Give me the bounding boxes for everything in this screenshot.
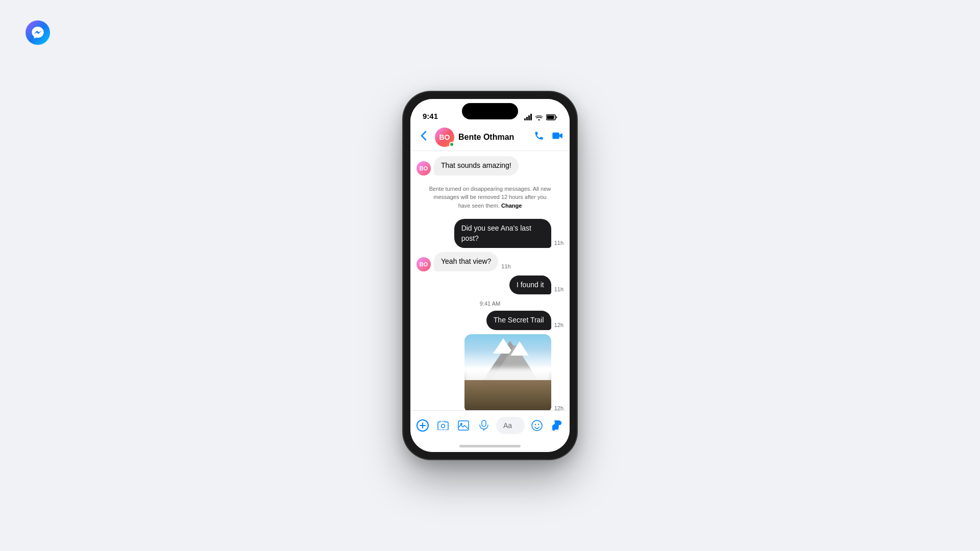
chat-header: BO Bente Othman xyxy=(410,123,570,151)
message-time: 12h xyxy=(554,405,564,410)
message-row: 12h The Secret Trail xyxy=(416,311,564,330)
message-time: 11h xyxy=(554,286,564,292)
message-text: Yeah that view? xyxy=(441,257,491,265)
thumbs-up-button[interactable] xyxy=(549,417,566,434)
svg-point-10 xyxy=(535,423,536,424)
message-text: I found it xyxy=(517,281,544,289)
mountain-image xyxy=(464,334,551,410)
message-bubble[interactable]: That sounds amazing! xyxy=(434,156,519,176)
message-bubble[interactable]: I found it xyxy=(509,276,551,295)
input-bar: Aa xyxy=(410,410,570,440)
signal-icon xyxy=(524,114,532,120)
sender-avatar: BO xyxy=(416,161,431,176)
battery-icon xyxy=(546,114,557,120)
dynamic-island xyxy=(462,103,518,119)
message-row: BO That sounds amazing! xyxy=(416,156,564,176)
header-actions xyxy=(534,131,564,143)
input-placeholder: Aa xyxy=(503,421,512,430)
message-text: Did you see Ana's last post? xyxy=(461,224,531,242)
gallery-button[interactable] xyxy=(455,417,472,434)
contact-avatar[interactable]: BO xyxy=(435,128,454,147)
system-notice-text: Bente turned on disappearing messages. A… xyxy=(429,186,551,209)
status-icons xyxy=(524,114,557,120)
message-input[interactable]: Aa xyxy=(496,417,525,434)
plus-button[interactable] xyxy=(414,417,431,434)
microphone-button[interactable] xyxy=(476,417,492,434)
emoji-button[interactable] xyxy=(529,417,545,434)
message-bubble[interactable]: Did you see Ana's last post? xyxy=(454,219,551,248)
messenger-logo xyxy=(26,20,50,45)
secret-trail-bubble[interactable]: The Secret Trail xyxy=(486,311,551,330)
contact-name[interactable]: Bente Othman xyxy=(458,133,530,142)
system-notice: Bente turned on disappearing messages. A… xyxy=(416,181,564,214)
home-indicator xyxy=(410,440,570,452)
svg-point-11 xyxy=(538,423,539,424)
sender-avatar: BO xyxy=(416,257,431,271)
valley xyxy=(464,380,551,410)
svg-rect-2 xyxy=(552,133,559,139)
message-image[interactable] xyxy=(464,334,551,410)
mountain-snow-2 xyxy=(510,341,529,356)
phone-screen: 9:41 xyxy=(410,99,570,452)
messages-area: BO That sounds amazing! Bente turned on … xyxy=(410,151,570,410)
call-button[interactable] xyxy=(534,131,544,143)
back-button[interactable] xyxy=(416,131,431,144)
svg-rect-1 xyxy=(547,115,554,119)
online-indicator xyxy=(449,142,454,147)
contact-initials: BO xyxy=(439,133,450,141)
message-row: 11h I found it xyxy=(416,276,564,295)
image-message-row: 12h xyxy=(416,334,564,410)
change-link[interactable]: Change xyxy=(501,203,522,209)
status-time: 9:41 xyxy=(423,112,438,120)
timestamp: 9:41 AM xyxy=(416,300,564,307)
message-bubble[interactable]: Yeah that view? xyxy=(434,252,498,271)
phone-frame: 9:41 xyxy=(403,92,577,459)
svg-rect-7 xyxy=(482,420,486,427)
message-row: 11h Did you see Ana's last post? xyxy=(416,219,564,248)
home-bar xyxy=(459,445,521,447)
camera-button[interactable] xyxy=(435,417,451,434)
video-call-button[interactable] xyxy=(552,132,564,142)
svg-point-9 xyxy=(532,420,542,431)
message-text: That sounds amazing! xyxy=(441,161,511,169)
message-time: 11h xyxy=(501,263,510,269)
message-text: The Secret Trail xyxy=(494,316,544,324)
svg-point-4 xyxy=(442,424,445,428)
message-time: 12h xyxy=(554,322,564,328)
message-row: BO Yeah that view? 11h xyxy=(416,252,564,271)
message-time: 11h xyxy=(554,240,564,246)
wifi-icon xyxy=(535,114,543,120)
